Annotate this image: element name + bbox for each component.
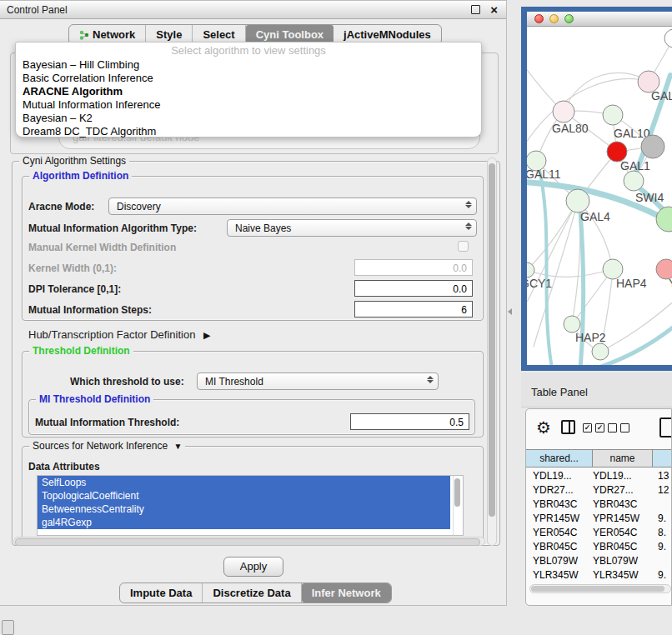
algorithm-option[interactable]: Bayesian – Hill Climbing (16, 58, 481, 72)
table-cell: YER054C (533, 527, 577, 538)
which-threshold-select[interactable]: MI Threshold (197, 372, 439, 390)
algorithm-option[interactable]: Mutual Information Inference (16, 98, 481, 112)
zoom-traffic-light-icon[interactable] (564, 14, 574, 23)
kernel-width-field: 0.0 (354, 259, 473, 276)
algorithm-option[interactable]: Basic Correlation Inference (16, 72, 481, 85)
table-row[interactable]: YBL079WYBL079W (526, 554, 672, 568)
tab-discretize-data[interactable]: Discretize Data (203, 583, 301, 602)
close-traffic-light-icon[interactable] (534, 14, 544, 23)
mi-type-value: Naive Bayes (235, 222, 291, 234)
network-node[interactable] (592, 343, 609, 360)
sources-title-toggle[interactable]: Sources for Network Inference ▼ (29, 440, 185, 452)
settings-vertical-scrollbar[interactable] (487, 158, 497, 546)
table-cell: YBR043C (533, 498, 577, 510)
screen: Control Panel × NetworkStyleSelectCyni T… (0, 0, 672, 635)
table-cell: YLR345W (593, 569, 639, 581)
mi-type-select[interactable]: Naive Bayes (227, 219, 477, 237)
bottom-tab-bar: Impute DataDiscretize DataInfer Network (119, 582, 392, 603)
column-header[interactable] (653, 449, 672, 468)
tab-impute-data[interactable]: Impute Data (120, 583, 203, 602)
mi-threshold-label: Mutual Information Threshold: (35, 417, 179, 428)
attribute-item[interactable]: TopologicalCoefficient (38, 489, 450, 502)
manual-kernel-label: Manual Kernel Width Definition (28, 242, 176, 253)
close-icon[interactable]: × (490, 6, 498, 14)
network-node[interactable] (641, 135, 664, 158)
apply-button[interactable]: Apply (223, 557, 283, 577)
spinner-arrows-icon (465, 201, 472, 208)
network-node[interactable] (566, 189, 589, 212)
attribute-item[interactable]: BetweennessCentrality (38, 502, 450, 516)
network-node[interactable] (656, 207, 672, 232)
algorithm-definition-title: Algorithm Definition (29, 170, 132, 182)
spinner-arrows-icon (465, 222, 472, 230)
network-node[interactable] (564, 316, 580, 332)
table-row[interactable]: YPR145WYPR145W9. (526, 512, 672, 526)
mi-steps-field[interactable]: 6 (354, 301, 473, 318)
table-cell: YDR27... (593, 484, 634, 496)
table-row[interactable]: YBR045CYBR045C9. (526, 540, 672, 554)
tab-label: Select (203, 28, 234, 41)
tab-label: Cyni Toolbox (256, 28, 323, 41)
algorithm-option[interactable]: ARACNE Algorithm (16, 85, 481, 98)
network-node-label: GAL4 (580, 210, 610, 223)
table-cell: YPR145W (533, 512, 579, 524)
control-panel-titlebar: Control Panel × (0, 1, 506, 19)
table-cell: YBL079W (593, 555, 638, 567)
aracne-mode-select[interactable]: Discovery (108, 198, 477, 215)
algorithm-list: Bayesian – Hill ClimbingBasic Correlatio… (16, 58, 481, 138)
network-view-window: GALGAL80GAL10GAL1GAL11SWI4GAL4GCY1HAP4YH… (521, 7, 672, 371)
control-panel-title: Control Panel (0, 4, 471, 16)
table-row[interactable]: YDR27...YDR27...12 (526, 483, 672, 498)
dpi-tolerance-label: DPI Tolerance [0,1]: (28, 283, 121, 295)
docked-panel-button[interactable] (2, 620, 14, 635)
table-row[interactable]: YDL19...YDL19...13 (526, 469, 672, 483)
network-node[interactable] (527, 262, 534, 278)
column-header[interactable]: name (593, 449, 653, 468)
deselect-all-checkboxes-icon[interactable] (608, 423, 629, 432)
minimize-traffic-light-icon[interactable] (549, 14, 559, 23)
data-attributes-label: Data Attributes (28, 461, 100, 472)
network-node-label: HAP2 (575, 331, 606, 344)
network-edge (527, 201, 578, 308)
table-cell: 12 (658, 484, 669, 496)
table-cell: YDR27... (533, 484, 574, 496)
dpi-tolerance-field[interactable]: 0.0 (354, 280, 473, 297)
which-threshold-label: Which threshold to use: (70, 376, 184, 388)
column-layout-icon[interactable] (561, 420, 575, 434)
table-cell: 9. (658, 512, 666, 524)
network-canvas[interactable]: GALGAL80GAL10GAL1GAL11SWI4GAL4GCY1HAP4YH… (527, 27, 672, 365)
attribute-list-scrollbar[interactable] (453, 476, 462, 535)
float-window-button[interactable] (471, 5, 480, 14)
select-all-checkboxes-icon[interactable]: ✓✓ (583, 423, 604, 432)
table-row[interactable]: YER054CYER054C8. (526, 526, 672, 540)
manual-kernel-checkbox[interactable] (458, 241, 469, 252)
algorithm-option[interactable]: Dream8 DC_TDC Algorithm (16, 125, 481, 138)
column-header[interactable]: shared... (526, 449, 593, 468)
table-cell: 9. (658, 541, 666, 552)
attribute-item[interactable]: gal4RGexp (38, 516, 450, 529)
gear-icon[interactable]: ⚙ (536, 419, 551, 436)
algorithm-dropdown-popup: Select algorithm to view settings Bayesi… (15, 42, 482, 138)
network-node-label: GCY1 (527, 277, 552, 290)
hub-definition-toggle[interactable]: Hub/Transcription Factor Definition ▶ (28, 328, 210, 341)
table-panel-header: Table Panel (521, 372, 672, 408)
network-window-titlebar[interactable] (527, 12, 672, 27)
network-node[interactable] (603, 105, 623, 125)
panel-splitter-arrow[interactable] (508, 308, 512, 315)
network-node-label: SWI4 (635, 191, 664, 204)
table-row[interactable]: YBR043CYBR043C (526, 498, 672, 512)
network-node[interactable] (624, 171, 644, 191)
document-icon[interactable] (659, 418, 672, 438)
network-node[interactable] (664, 29, 672, 48)
control-panel-window: Control Panel × NetworkStyleSelectCyni T… (0, 0, 507, 606)
attribute-item[interactable]: SelfLoops (38, 476, 450, 489)
settings-horizontal-scrollbar[interactable] (13, 537, 485, 546)
network-icon (79, 30, 89, 40)
algorithm-option[interactable]: Bayesian – K2 (16, 112, 481, 125)
table-horizontal-scrollbar[interactable] (529, 584, 671, 593)
network-node[interactable] (553, 101, 574, 122)
mi-threshold-field[interactable]: 0.5 (350, 413, 469, 430)
tab-infer-network[interactable]: Infer Network (302, 583, 391, 602)
table-row[interactable]: YLR345WYLR345W9. (526, 568, 672, 582)
table-cell: 13 (658, 470, 669, 482)
